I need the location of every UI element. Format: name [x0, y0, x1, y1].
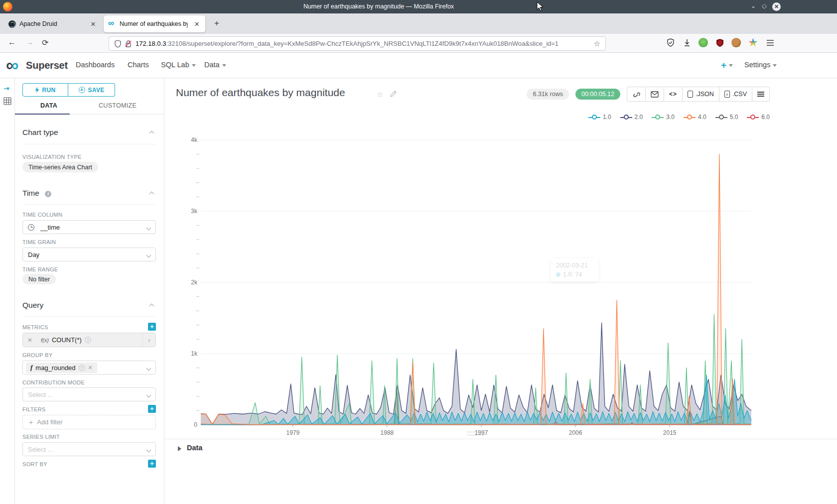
legend-item[interactable]: 3.0: [652, 114, 675, 121]
group-by-label: GROUP BY: [22, 352, 52, 358]
y-axis-label: 3k: [191, 208, 198, 215]
add-filter-button[interactable]: + Add filter: [22, 415, 156, 429]
nav-settings[interactable]: Settings: [744, 61, 777, 69]
email-button[interactable]: [646, 87, 664, 102]
cookie-icon[interactable]: [731, 38, 741, 47]
nav-dashboards[interactable]: Dashboards: [76, 61, 115, 69]
embed-code-button[interactable]: <>: [664, 87, 683, 102]
new-tab-button[interactable]: +: [214, 18, 219, 28]
tab-data[interactable]: DATA: [40, 102, 57, 109]
time-grain-select[interactable]: Day: [22, 248, 156, 261]
chevron-up-icon[interactable]: [149, 131, 154, 136]
group-by-select[interactable]: f mag_rounded ? ✕: [22, 361, 156, 375]
url-text[interactable]: 172.18.0.3:32108/superset/explore/?form_…: [136, 40, 594, 47]
downloads-icon[interactable]: [682, 38, 693, 49]
chart-panel: Numer of earthquakes by magnitude ☆ 6.31…: [165, 78, 837, 504]
tab-apache-druid[interactable]: Apache Druid ✕: [4, 15, 102, 32]
remove-chip-icon[interactable]: ✕: [88, 365, 93, 371]
maximize-icon[interactable]: ◇: [759, 2, 769, 9]
panel-resize-handle[interactable]: [467, 432, 485, 435]
url-bar[interactable]: 172.18.0.3:32108/superset/explore/?form_…: [109, 36, 606, 51]
nav-sql-lab[interactable]: SQL Lab: [161, 61, 196, 69]
close-icon[interactable]: ✕: [772, 2, 781, 11]
legend-label: 2.0: [635, 114, 643, 121]
window-titlebar: Numer of earthquakes by magnitude — Mozi…: [0, 0, 837, 13]
tab-close-icon[interactable]: ✕: [193, 20, 201, 28]
superset-logo-icon[interactable]: ∞: [6, 56, 19, 75]
contribution-mode-select[interactable]: Select ...: [22, 387, 156, 401]
remove-metric-icon[interactable]: ✕: [23, 333, 37, 347]
group-by-chip[interactable]: f mag_rounded ? ✕: [26, 363, 97, 373]
data-results-section[interactable]: Data: [165, 439, 837, 461]
time-column-select[interactable]: __time: [22, 220, 156, 234]
file-x-icon: x: [724, 91, 730, 98]
metric-control[interactable]: ✕ f(x) COUNT(*) ? ›: [22, 333, 156, 347]
viz-type-value[interactable]: Time-series Area Chart: [22, 162, 98, 172]
chevron-down-icon: [729, 64, 733, 67]
copy-link-button[interactable]: [627, 87, 646, 102]
time-range-value[interactable]: No filter: [22, 274, 56, 284]
save-button[interactable]: +SAVE: [68, 83, 115, 97]
section-chart-type[interactable]: Chart type: [22, 128, 58, 137]
mouse-cursor: [536, 1, 544, 11]
section-query[interactable]: Query: [22, 301, 43, 310]
nav-charts[interactable]: Charts: [128, 61, 149, 69]
nav-data[interactable]: Data: [204, 61, 226, 69]
nav-add-button[interactable]: +: [721, 60, 733, 71]
run-button[interactable]: RUN: [22, 83, 68, 97]
info-icon: i: [45, 191, 51, 197]
chevron-down-icon: [146, 253, 151, 258]
bookmark-star-icon[interactable]: ☆: [594, 39, 600, 48]
tab-close-icon[interactable]: ✕: [89, 20, 97, 28]
function-icon: f: [30, 364, 32, 372]
more-options-button[interactable]: [752, 87, 770, 102]
superset-favicon-icon: ∞: [108, 20, 116, 28]
superset-brand[interactable]: Superset: [26, 60, 68, 71]
legend-item[interactable]: 6.0: [747, 114, 770, 121]
export-csv-button[interactable]: x .CSV: [719, 87, 752, 102]
back-button[interactable]: ←: [8, 38, 16, 47]
favorite-star-icon[interactable]: ☆: [377, 90, 383, 99]
tab-earthquakes[interactable]: ∞ Numer of earthquakes by ✕: [104, 15, 205, 32]
x-axis-label: 2015: [663, 429, 677, 436]
export-json-button[interactable]: .JSON: [683, 87, 719, 102]
envelope-icon: [651, 91, 659, 98]
legend-item[interactable]: 4.0: [684, 114, 706, 121]
menu-hamburger-icon[interactable]: [765, 38, 776, 49]
series-dot-icon: [556, 272, 560, 277]
tab-customize[interactable]: CUSTOMIZE: [99, 102, 137, 109]
series-limit-label: SERIES LIMIT: [22, 434, 60, 440]
privacy-badger-icon[interactable]: [698, 38, 708, 47]
metrics-label: METRICS: [22, 324, 48, 330]
insecure-lock-icon[interactable]: [125, 40, 132, 48]
series-limit-select[interactable]: Select ...: [22, 442, 156, 456]
contribution-mode-label: CONTRIBUTION MODE: [22, 379, 85, 385]
add-filter-plus-button[interactable]: +: [148, 405, 156, 413]
legend-marker-icon: [620, 115, 632, 120]
legend-item[interactable]: 5.0: [715, 114, 738, 121]
ublock-shield-icon[interactable]: [715, 38, 726, 49]
expand-datasource-icon[interactable]: ⇥: [3, 84, 9, 92]
legend-item[interactable]: 1.0: [588, 114, 611, 121]
legend-label: 5.0: [730, 114, 738, 121]
chart-tooltip: 2002-03-21 1.0: 74: [551, 258, 599, 281]
minimize-icon[interactable]: ⌄: [748, 2, 758, 9]
forward-button[interactable]: →: [26, 38, 34, 47]
expand-metric-icon[interactable]: ›: [142, 333, 155, 347]
legend-item[interactable]: 2.0: [620, 114, 643, 121]
expand-caret-icon[interactable]: [178, 446, 181, 451]
timeseries-chart[interactable]: 01k2k3k4k19791988199720062015: [175, 124, 753, 445]
add-sort-by-button[interactable]: +: [148, 460, 156, 468]
edit-pencil-icon[interactable]: [390, 90, 397, 98]
section-time[interactable]: Time i: [22, 189, 51, 198]
dataset-grid-icon[interactable]: [3, 97, 11, 105]
clock-icon: [28, 224, 34, 231]
bolt-icon: [35, 87, 39, 93]
pocket-shield-icon[interactable]: [666, 38, 677, 49]
legend-label: 3.0: [666, 114, 675, 121]
reload-button[interactable]: ⟳: [42, 38, 48, 47]
add-metric-button[interactable]: +: [148, 323, 156, 331]
shield-permissions-icon[interactable]: [114, 40, 122, 48]
chevron-up-icon[interactable]: [149, 304, 154, 309]
chevron-up-icon[interactable]: [149, 192, 154, 197]
